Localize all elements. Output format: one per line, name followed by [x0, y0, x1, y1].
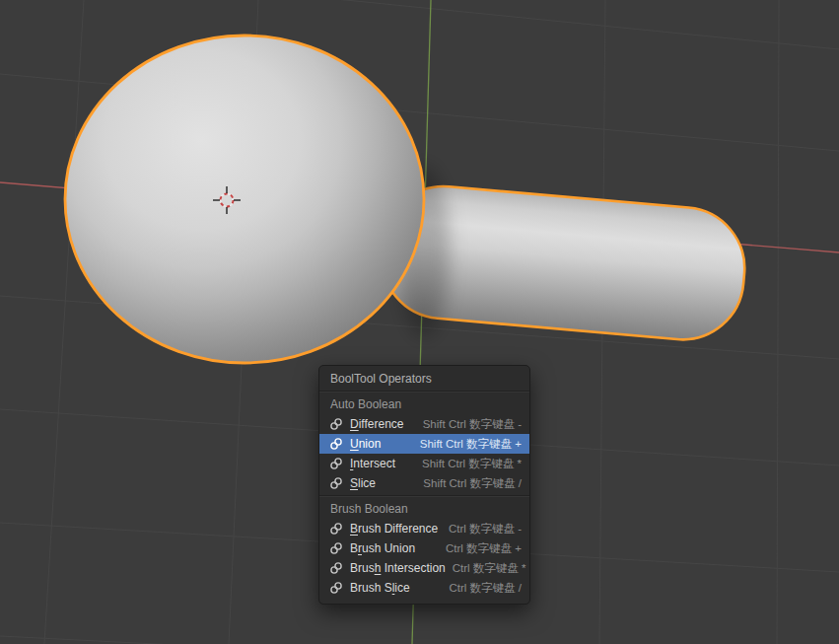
- menu-item-intersect[interactable]: Intersect Shift Ctrl 数字键盘 *: [319, 454, 529, 473]
- menu-item-label: Brush Slice: [350, 581, 410, 595]
- menu-item-shortcut: Shift Ctrl 数字键盘 +: [420, 437, 522, 452]
- sphere-object[interactable]: [65, 36, 424, 363]
- menu-item-brush-union[interactable]: Brush Union Ctrl 数字键盘 +: [319, 538, 529, 558]
- menu-separator: [319, 495, 529, 497]
- menu-item-label: Brush Union: [350, 541, 415, 555]
- menu-item-shortcut: Shift Ctrl 数字键盘 *: [422, 457, 522, 471]
- menu-item-shortcut: Ctrl 数字键盘 /: [450, 581, 522, 596]
- menu-item-brush-intersection[interactable]: Brush Intersection Ctrl 数字键盘 *: [319, 558, 529, 578]
- menu-item-shortcut: Ctrl 数字键盘 *: [453, 561, 526, 576]
- menu-separator: [319, 391, 529, 393]
- link-icon: [329, 581, 343, 595]
- menu-item-shortcut: Ctrl 数字键盘 -: [449, 522, 522, 537]
- booltool-operators-menu: BoolTool Operators Auto Boolean Differen…: [318, 365, 530, 605]
- menu-item-label: Difference: [350, 417, 403, 431]
- link-icon: [329, 476, 343, 490]
- menu-item-label: Union: [350, 437, 381, 451]
- menu-title: BoolTool Operators: [319, 369, 529, 389]
- menu-item-label: Brush Intersection: [350, 561, 446, 575]
- menu-item-difference[interactable]: Difference Shift Ctrl 数字键盘 -: [319, 414, 529, 434]
- link-icon: [329, 417, 343, 431]
- menu-item-brush-difference[interactable]: Brush Difference Ctrl 数字键盘 -: [319, 519, 529, 538]
- menu-item-slice[interactable]: Slice Shift Ctrl 数字键盘 /: [319, 473, 529, 493]
- link-icon: [329, 437, 343, 451]
- menu-item-shortcut: Shift Ctrl 数字键盘 /: [423, 476, 522, 491]
- section-label-auto-boolean: Auto Boolean: [319, 394, 529, 414]
- menu-item-label: Intersect: [350, 457, 395, 470]
- link-icon: [329, 457, 343, 470]
- link-icon: [329, 522, 343, 536]
- blender-window: BoolTool Operators Auto Boolean Differen…: [0, 0, 839, 644]
- section-label-brush-boolean: Brush Boolean: [319, 499, 529, 519]
- menu-item-union[interactable]: Union Shift Ctrl 数字键盘 +: [319, 434, 529, 454]
- menu-item-shortcut: Ctrl 数字键盘 +: [446, 541, 522, 556]
- menu-item-shortcut: Shift Ctrl 数字键盘 -: [423, 417, 522, 432]
- link-icon: [329, 561, 343, 575]
- menu-item-label: Slice: [350, 476, 376, 490]
- menu-item-brush-slice[interactable]: Brush Slice Ctrl 数字键盘 /: [319, 578, 529, 598]
- link-icon: [329, 541, 343, 555]
- menu-item-label: Brush Difference: [350, 522, 438, 536]
